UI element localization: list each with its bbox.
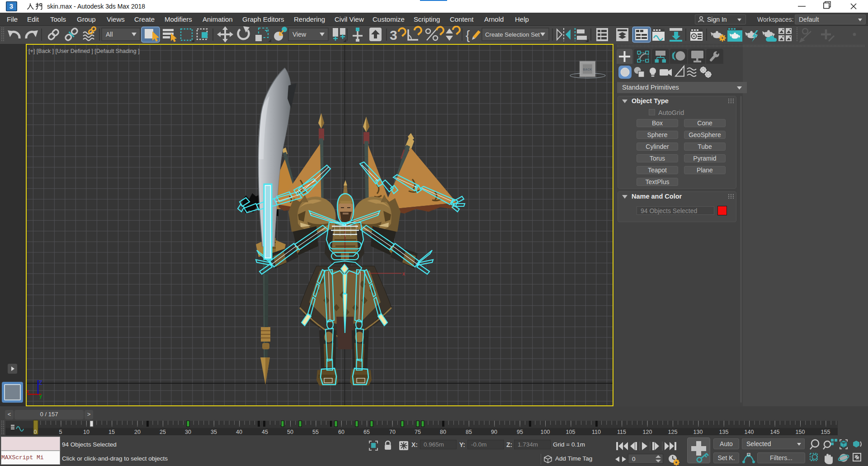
svg-text:140: 140 bbox=[745, 429, 754, 435]
svg-text:45: 45 bbox=[262, 429, 268, 435]
svg-text:55: 55 bbox=[312, 429, 319, 435]
svg-text:5: 5 bbox=[59, 429, 62, 435]
svg-text:3: 3 bbox=[9, 2, 13, 10]
svg-text:75: 75 bbox=[415, 429, 421, 435]
svg-text:[+] [Back ] [User Defined ] [D: [+] [Back ] [User Defined ] [Default Sha… bbox=[28, 48, 140, 54]
svg-text:50: 50 bbox=[287, 429, 293, 435]
svg-text:110: 110 bbox=[592, 429, 601, 435]
svg-text:BACK: BACK bbox=[583, 68, 592, 71]
svg-text:155: 155 bbox=[821, 429, 830, 435]
svg-text:3: 3 bbox=[390, 28, 397, 43]
svg-text:105: 105 bbox=[566, 429, 576, 435]
svg-text:135: 135 bbox=[719, 429, 729, 435]
svg-text:125: 125 bbox=[668, 429, 678, 435]
svg-text:120: 120 bbox=[643, 429, 652, 435]
svg-text:70: 70 bbox=[389, 429, 396, 435]
svg-text:25: 25 bbox=[160, 429, 166, 435]
svg-text:90: 90 bbox=[491, 429, 497, 435]
svg-text:80: 80 bbox=[440, 429, 446, 435]
svg-text:85: 85 bbox=[466, 429, 472, 435]
svg-text:{: { bbox=[466, 28, 470, 42]
svg-text:40: 40 bbox=[236, 429, 242, 435]
svg-text:95: 95 bbox=[517, 429, 523, 435]
svg-text:35: 35 bbox=[211, 429, 217, 435]
svg-text:65: 65 bbox=[363, 429, 370, 435]
svg-text:20: 20 bbox=[134, 429, 141, 435]
svg-text:0: 0 bbox=[34, 429, 37, 435]
svg-text:View: View bbox=[292, 31, 307, 38]
svg-text:Z: Z bbox=[39, 380, 42, 386]
svg-text:115: 115 bbox=[617, 429, 626, 435]
svg-text:60: 60 bbox=[338, 429, 344, 435]
svg-text:145: 145 bbox=[770, 429, 780, 435]
svg-text:y: y bbox=[39, 393, 42, 399]
svg-text:15: 15 bbox=[108, 429, 115, 435]
svg-text:All: All bbox=[106, 31, 113, 38]
svg-text:x: x bbox=[27, 388, 29, 395]
svg-text:130: 130 bbox=[693, 429, 703, 435]
svg-text:Create Selection Set: Create Selection Set bbox=[485, 31, 540, 38]
svg-text:100: 100 bbox=[541, 429, 550, 435]
svg-text:10: 10 bbox=[83, 429, 90, 435]
svg-text:x: x bbox=[402, 271, 405, 277]
svg-text:30: 30 bbox=[185, 429, 191, 435]
svg-text:150: 150 bbox=[796, 429, 805, 435]
